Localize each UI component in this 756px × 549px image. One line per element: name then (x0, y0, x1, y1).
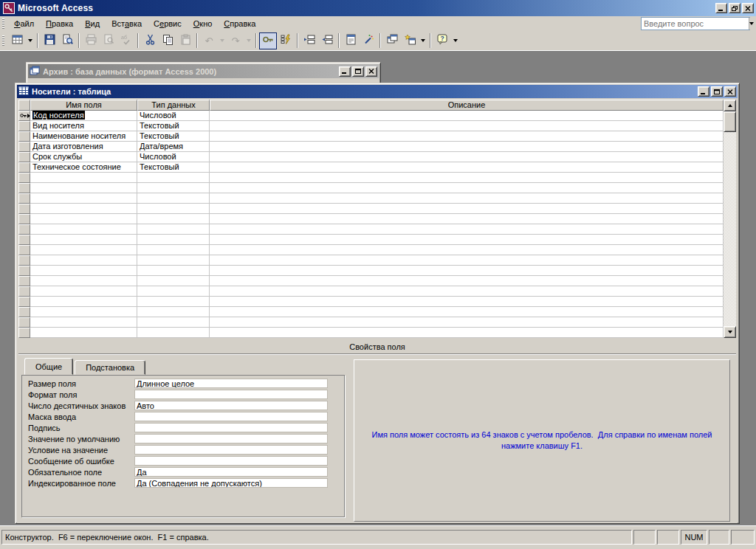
description-cell[interactable] (210, 183, 724, 193)
row-selector[interactable] (18, 276, 30, 286)
row-selector[interactable] (18, 152, 30, 162)
description-cell[interactable] (210, 111, 724, 121)
field-name-cell[interactable] (30, 307, 137, 317)
field-name-cell[interactable]: Дата изготовления (30, 142, 137, 152)
description-cell[interactable] (210, 214, 724, 224)
redo-dropdown-button[interactable] (244, 32, 253, 49)
scroll-up-button[interactable] (724, 100, 736, 111)
row-selector[interactable] (18, 111, 30, 121)
table-row[interactable] (18, 193, 724, 204)
properties-tab[interactable]: Подстановка (75, 360, 145, 375)
description-cell[interactable] (210, 235, 724, 245)
field-name-cell[interactable] (30, 173, 137, 183)
view-button[interactable] (8, 32, 26, 49)
properties-button[interactable] (342, 32, 360, 49)
row-selector[interactable] (18, 173, 30, 183)
menubar-grip[interactable] (2, 18, 4, 29)
table-row[interactable]: Срок службы Числовой (18, 152, 724, 162)
description-cell[interactable] (210, 173, 724, 183)
undo-dropdown-button[interactable] (218, 32, 227, 49)
row-selector[interactable] (18, 235, 30, 245)
menu-item[interactable]: Справка (218, 17, 261, 30)
description-cell[interactable] (210, 266, 724, 276)
row-selector[interactable] (18, 266, 30, 276)
data-type-cell[interactable]: Текстовый (137, 131, 210, 142)
row-selector[interactable] (18, 142, 30, 152)
row-selector[interactable] (18, 214, 30, 224)
indexes-button[interactable] (277, 32, 295, 49)
file-search-button[interactable] (58, 32, 76, 49)
db-maximize-button[interactable] (352, 66, 364, 77)
data-type-cell[interactable] (137, 245, 210, 255)
description-cell[interactable] (210, 245, 724, 255)
table-row[interactable] (18, 173, 724, 183)
data-type-cell[interactable] (137, 276, 210, 286)
row-selector[interactable] (18, 204, 30, 214)
paste-button[interactable] (176, 32, 194, 49)
data-type-cell[interactable] (137, 255, 210, 266)
table-row[interactable] (18, 255, 724, 266)
table-row[interactable]: Дата изготовления Дата/время (18, 142, 724, 152)
cut-button[interactable] (141, 32, 159, 49)
insert-rows-button[interactable] (300, 32, 318, 49)
table-row[interactable]: Код носителя Числовой (18, 111, 724, 121)
scrollbar-track[interactable] (724, 132, 736, 326)
field-name-cell[interactable]: Техническое состояние (30, 162, 137, 173)
row-selector[interactable] (18, 193, 30, 204)
data-type-cell[interactable] (137, 235, 210, 245)
table-minimize-button[interactable] (698, 86, 709, 97)
menu-item[interactable]: Сервис (148, 17, 188, 30)
data-type-cell[interactable] (137, 224, 210, 235)
description-cell[interactable] (210, 328, 724, 338)
field-name-cell[interactable] (30, 183, 137, 193)
table-row[interactable] (18, 286, 724, 297)
app-close-button[interactable] (742, 3, 754, 13)
table-maximize-button[interactable] (711, 86, 723, 97)
scroll-down-button[interactable] (724, 326, 736, 338)
data-type-cell[interactable] (137, 297, 210, 307)
property-value-input[interactable] (134, 434, 328, 443)
app-minimize-button[interactable] (715, 3, 727, 13)
data-type-cell[interactable]: Дата/время (137, 142, 210, 152)
data-type-cell[interactable] (137, 286, 210, 297)
database-window-button[interactable] (383, 32, 401, 49)
description-cell[interactable] (210, 286, 724, 297)
print-button[interactable] (82, 32, 100, 49)
field-name-cell[interactable]: Код носителя (30, 111, 137, 121)
save-button[interactable] (41, 32, 58, 49)
table-row[interactable] (18, 328, 724, 338)
row-selector[interactable] (18, 131, 30, 142)
description-cell[interactable] (210, 162, 724, 173)
field-name-cell[interactable]: Вид носителя (30, 121, 137, 131)
data-type-cell[interactable] (137, 307, 210, 317)
field-name-cell[interactable] (30, 328, 137, 338)
spelling-button[interactable]: аб (117, 32, 135, 49)
question-input[interactable] (642, 19, 749, 28)
table-row[interactable] (18, 266, 724, 276)
data-type-cell[interactable]: Числовой (137, 111, 210, 121)
description-cell[interactable] (210, 204, 724, 214)
description-cell[interactable] (210, 193, 724, 204)
menu-item[interactable]: Правка (40, 17, 79, 30)
table-row[interactable] (18, 214, 724, 224)
toolbar-grip[interactable] (2, 35, 4, 46)
field-name-cell[interactable] (30, 235, 137, 245)
data-type-cell[interactable]: Текстовый (137, 121, 210, 131)
description-cell[interactable] (210, 224, 724, 235)
data-type-cell[interactable] (137, 173, 210, 183)
property-value-input[interactable] (134, 379, 328, 388)
field-name-cell[interactable] (30, 317, 137, 328)
row-selector[interactable] (18, 245, 30, 255)
table-row[interactable] (18, 235, 724, 245)
vertical-scrollbar[interactable] (724, 100, 736, 338)
field-name-cell[interactable] (30, 276, 137, 286)
data-type-cell[interactable] (137, 317, 210, 328)
row-selector[interactable] (18, 121, 30, 131)
table-row[interactable]: Наименование носителя Текстовый (18, 131, 724, 142)
data-type-cell[interactable]: Числовой (137, 152, 210, 162)
data-type-cell[interactable] (137, 214, 210, 224)
new-object-button[interactable] (401, 32, 419, 49)
description-cell[interactable] (210, 152, 724, 162)
property-value-input[interactable] (134, 412, 328, 421)
data-type-cell[interactable] (137, 266, 210, 276)
